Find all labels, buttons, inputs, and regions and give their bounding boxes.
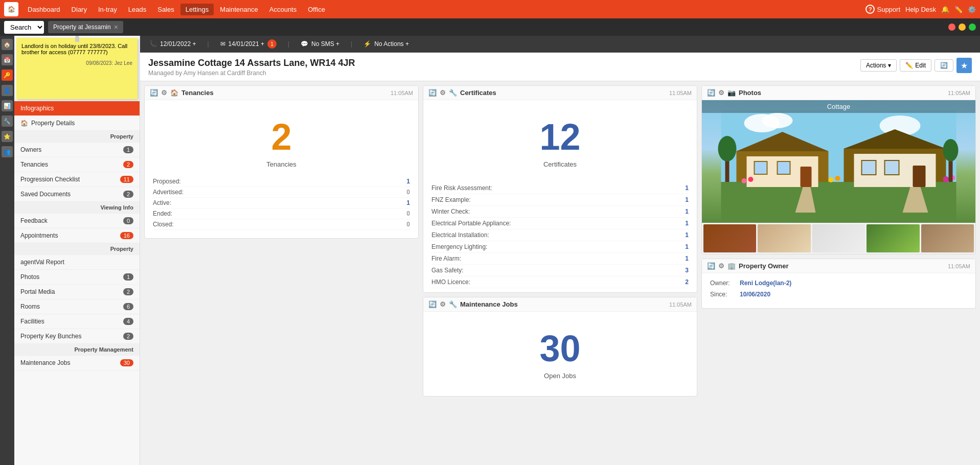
edit-button[interactable]: ✏️ Edit [900, 59, 931, 72]
property-tab[interactable]: Property at Jessamin × [48, 21, 123, 33]
actions-dropdown-button[interactable]: Actions ▾ [860, 59, 897, 72]
settings-icon[interactable]: ⚙️ [968, 6, 976, 13]
cert-fire-alarm-val: 1 [685, 255, 689, 262]
nav-photos[interactable]: Photos 1 [14, 270, 140, 285]
nav-office[interactable]: Office [303, 4, 330, 15]
nav-tenancies[interactable]: Tenancies 2 [14, 157, 140, 172]
search-input[interactable]: Search [4, 21, 44, 34]
nav-lettings[interactable]: Lettings [180, 4, 214, 15]
photo-thumb-5[interactable] [921, 224, 974, 252]
tab-close-icon[interactable]: × [114, 23, 118, 31]
owner-widget-body: Owner: Reni Lodge(Ian-2) Since: 10/06/20… [702, 273, 975, 308]
sidebar-icon-calendar[interactable]: 📅 [2, 54, 13, 65]
sidebar-icon-home[interactable]: 🏠 [2, 39, 13, 50]
sidebar-icon-user[interactable]: 👥 [2, 146, 13, 157]
nav-infographics[interactable]: Infographics [14, 101, 140, 116]
owner-widget-header: 🔄 ⚙ 🏢 Property Owner 11:05AM [702, 259, 975, 273]
nav-agentval[interactable]: agentVal Report [14, 255, 140, 270]
photos-refresh-icon[interactable]: 🔄 [707, 89, 715, 97]
stat-proposed-val: 1 [406, 178, 410, 185]
nav-accounts[interactable]: Accounts [264, 4, 302, 15]
cert-hmo-key: HMO Licence: [431, 278, 470, 286]
support-button[interactable]: ? Support [865, 5, 900, 14]
window-close-btn[interactable] [948, 24, 955, 31]
nav-maintenance-jobs[interactable]: Maintenance Jobs 30 [14, 356, 140, 370]
window-max-btn[interactable] [969, 24, 976, 31]
edit-pencil-icon: ✏️ [905, 62, 913, 69]
nav-sales[interactable]: Sales [152, 4, 179, 15]
refresh-button[interactable]: 🔄 [935, 59, 953, 72]
action-bar-email[interactable]: ✉ 14/01/2021 + 1 [217, 38, 280, 50]
sidebar-icon-chart[interactable]: 📊 [2, 100, 13, 111]
nav-appointments[interactable]: Appointments 16 [14, 228, 140, 243]
owner-name-link[interactable]: Reni Lodge(Ian-2) [740, 280, 791, 287]
cert-elec-install-key: Electrical Installation: [431, 231, 489, 239]
widgets-area: 🔄 ⚙ 🏠 Tenancies 11:05AM 2 Tenancies Prop… [140, 81, 980, 465]
maint-refresh-icon[interactable]: 🔄 [428, 300, 437, 308]
section-management: Property Management [14, 344, 140, 356]
sidebar-icon-lettings[interactable]: 🔑 [2, 69, 13, 81]
nav-rooms-count: 6 [123, 303, 133, 310]
nav-photos-label: Photos [20, 273, 39, 281]
star-button[interactable]: ★ [956, 58, 972, 73]
nav-maintenance-jobs-count: 30 [120, 359, 133, 366]
app-logo[interactable]: 🏠 [4, 2, 18, 16]
action-bar-call[interactable]: 📞 12/01/2022 + [146, 39, 199, 49]
nav-property-key-bunches[interactable]: Property Key Bunches 2 [14, 329, 140, 344]
edit-icon[interactable]: ✏️ [954, 6, 963, 13]
nav-feedback[interactable]: Feedback 0 [14, 214, 140, 228]
photos-main-area[interactable]: Cottage [702, 100, 975, 254]
nav-dashboard[interactable]: Dashboard [22, 4, 65, 15]
stat-proposed-key: Proposed: [153, 178, 181, 185]
tenancies-label: Tenancies [153, 160, 410, 168]
photo-thumb-4[interactable] [867, 224, 919, 252]
nav-property-details[interactable]: 🏠 Property Details [14, 116, 140, 131]
owner-header-left: 🔄 ⚙ 🏢 Property Owner [707, 262, 789, 270]
nav-leads[interactable]: Leads [123, 4, 151, 15]
support-label: Support [877, 6, 900, 13]
nav-saved-documents[interactable]: Saved Documents 2 [14, 187, 140, 202]
nav-progression-checklist[interactable]: Progression Checklist 11 [14, 172, 140, 187]
nav-maintenance[interactable]: Maintenance [215, 4, 263, 15]
owner-refresh-icon[interactable]: 🔄 [707, 262, 715, 270]
nav-intray[interactable]: In-tray [93, 4, 122, 15]
sidebar-icon-star[interactable]: ⭐ [2, 131, 13, 142]
maintenance-title: Maintenance Jobs [460, 300, 518, 308]
cert-gear-icon[interactable]: ⚙ [440, 89, 446, 97]
certificates-list: Fire Risk Assessment: 1 FNZ Example: 1 W… [423, 178, 697, 292]
notification-icon[interactable]: 🔔 [941, 6, 949, 13]
photos-scene-label: Cottage [702, 100, 975, 113]
nav-portal-media-label: Portal Media [20, 288, 55, 295]
sidebar-icon-people[interactable]: 👤 [2, 85, 13, 96]
svg-point-28 [943, 139, 959, 161]
svg-rect-15 [885, 160, 899, 175]
nav-portal-media[interactable]: Portal Media 2 [14, 285, 140, 299]
photos-gear-icon[interactable]: ⚙ [718, 89, 724, 97]
photo-thumb-2[interactable] [758, 224, 810, 252]
helpdesk-label[interactable]: Help Desk [905, 6, 936, 13]
owner-gear-icon[interactable]: ⚙ [718, 262, 724, 270]
nav-facilities[interactable]: Facilities 4 [14, 314, 140, 329]
cert-emergency-val: 1 [685, 243, 689, 250]
nav-feedback-label: Feedback [20, 217, 48, 224]
maint-gear-icon[interactable]: ⚙ [440, 300, 446, 308]
nav-diary[interactable]: Diary [66, 4, 92, 15]
actions-icon: ⚡ [363, 40, 371, 48]
property-header: Jessamine Cottage 14 Assarts Lane, WR14 … [140, 53, 980, 81]
window-min-btn[interactable] [959, 24, 966, 31]
nav-rooms[interactable]: Rooms 6 [14, 299, 140, 314]
cert-refresh-icon[interactable]: 🔄 [428, 89, 437, 97]
cert-gas-safety-key: Gas Safety: [431, 267, 464, 274]
cert-fire-alarm-key: Fire Alarm: [431, 255, 461, 262]
actions-chevron-icon: ▾ [888, 62, 891, 69]
action-bar-sms[interactable]: 💬 No SMS + [298, 39, 343, 49]
sidebar-icon-tools[interactable]: 🔧 [2, 115, 13, 127]
tenancies-refresh-icon[interactable]: 🔄 [150, 89, 158, 97]
action-bar-actions[interactable]: ⚡ No Actions + [360, 39, 412, 49]
nav-owners[interactable]: Owners 1 [14, 143, 140, 157]
stat-closed-val: 0 [406, 221, 410, 228]
photo-thumb-1[interactable] [703, 224, 756, 252]
photo-thumb-3[interactable] [812, 224, 865, 252]
search-box[interactable]: Search [4, 21, 44, 34]
tenancies-gear-icon[interactable]: ⚙ [161, 89, 167, 97]
